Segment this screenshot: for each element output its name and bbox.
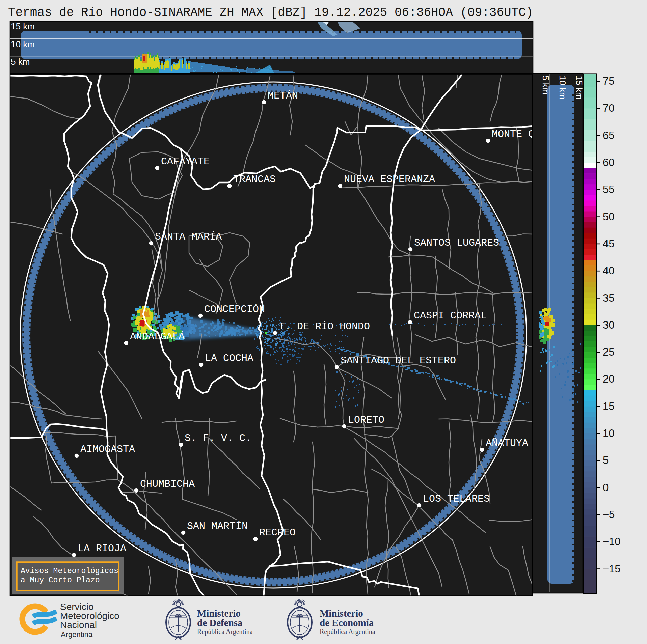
svg-text:0: 0 (603, 482, 609, 494)
svg-text:a Muy Corto Plazo: a Muy Corto Plazo (21, 576, 100, 585)
svg-text:LOS TELARES: LOS TELARES (423, 493, 490, 505)
svg-text:S. F. V. C.: S. F. V. C. (185, 432, 251, 444)
svg-text:SAN MARTÍN: SAN MARTÍN (187, 521, 248, 532)
svg-text:METÁN: METÁN (268, 90, 298, 102)
svg-text:70: 70 (603, 102, 614, 114)
svg-text:de Economía: de Economía (320, 617, 374, 628)
svg-text:TRANCAS: TRANCAS (233, 174, 276, 185)
svg-text:Termas de Río Hondo-SINARAME Z: Termas de Río Hondo-SINARAME ZH MAX [dBZ… (8, 6, 533, 20)
svg-text:75: 75 (603, 75, 614, 87)
svg-text:T. DE RÍO HONDO: T. DE RÍO HONDO (279, 321, 370, 332)
svg-text:−5: −5 (603, 509, 615, 521)
svg-text:15: 15 (603, 400, 614, 412)
svg-text:CHUMBICHA: CHUMBICHA (140, 478, 195, 490)
svg-text:CASPI CORRAL: CASPI CORRAL (414, 310, 487, 321)
svg-text:LA COCHA: LA COCHA (205, 353, 253, 364)
svg-text:Avisos Meteorológicos: Avisos Meteorológicos (21, 567, 118, 576)
svg-text:Nacional: Nacional (60, 620, 97, 630)
svg-text:República Argentina: República Argentina (197, 628, 253, 636)
svg-text:SANTOS LUGARES: SANTOS LUGARES (414, 237, 499, 249)
svg-text:Argentina: Argentina (61, 630, 93, 639)
svg-text:SANTA MARÍA: SANTA MARÍA (155, 231, 222, 243)
svg-text:NUEVA ESPERANZA: NUEVA ESPERANZA (344, 174, 435, 185)
svg-text:55: 55 (603, 184, 614, 195)
svg-text:ANDALGALÁ: ANDALGALÁ (130, 331, 185, 342)
svg-text:10 km: 10 km (11, 39, 35, 49)
svg-text:CAFAYATE: CAFAYATE (161, 156, 210, 167)
svg-text:LORETO: LORETO (348, 414, 384, 426)
svg-text:10: 10 (603, 427, 614, 439)
svg-text:60: 60 (603, 157, 614, 168)
svg-text:CONCEPCIÓN: CONCEPCIÓN (204, 304, 265, 315)
svg-text:50: 50 (603, 211, 614, 223)
svg-text:45: 45 (603, 238, 614, 250)
svg-text:35: 35 (603, 292, 614, 304)
svg-text:LA RIOJA: LA RIOJA (78, 543, 126, 554)
svg-text:de Defensa: de Defensa (197, 617, 243, 628)
svg-text:10 km: 10 km (558, 76, 568, 100)
svg-text:25: 25 (603, 346, 614, 358)
svg-text:AÑATUYA: AÑATUYA (486, 438, 528, 449)
svg-text:5 km: 5 km (541, 76, 551, 94)
svg-text:65: 65 (603, 130, 614, 141)
svg-text:20: 20 (603, 373, 614, 385)
svg-text:5 km: 5 km (11, 57, 30, 67)
svg-text:−10: −10 (603, 536, 621, 548)
svg-text:15 km: 15 km (11, 21, 35, 31)
svg-text:−15: −15 (603, 563, 621, 575)
svg-text:40: 40 (603, 265, 614, 277)
svg-text:RECREO: RECREO (259, 527, 296, 538)
svg-text:5: 5 (603, 454, 609, 466)
svg-text:SANTIAGO DEL ESTERO: SANTIAGO DEL ESTERO (341, 355, 456, 366)
svg-text:República Argentina: República Argentina (320, 628, 375, 636)
svg-text:30: 30 (603, 319, 614, 331)
svg-text:AIMOGASTA: AIMOGASTA (80, 444, 135, 455)
